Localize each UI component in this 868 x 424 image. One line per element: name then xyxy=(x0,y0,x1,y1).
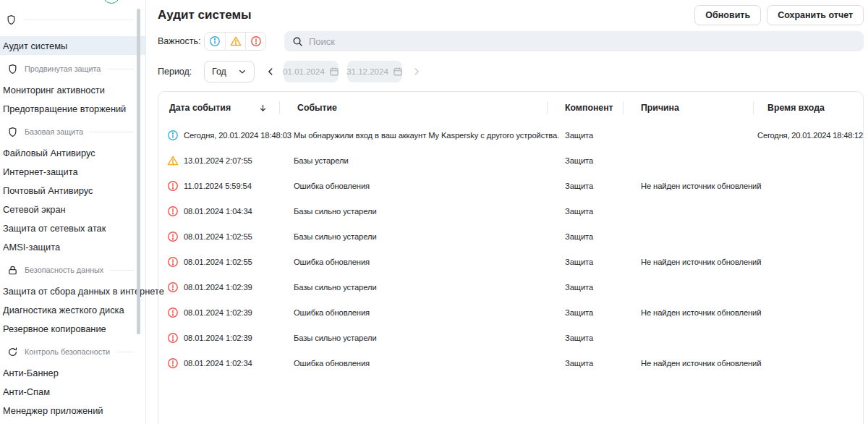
search-box[interactable] xyxy=(284,31,864,51)
table-row[interactable]: 11.01.2024 5:59:54Ошибка обновленияЗащит… xyxy=(158,173,863,198)
column-header-component[interactable]: Компонент xyxy=(547,103,623,113)
event-date: 08.01.2024 1:02:55 xyxy=(184,258,252,266)
cell-event: Базы сильно устарели xyxy=(279,207,547,216)
event-date: 08.01.2024 1:02:39 xyxy=(184,283,252,292)
warning-filter-button[interactable] xyxy=(225,33,245,50)
event-date: 08.01.2024 1:02:39 xyxy=(184,334,252,342)
sidebar-nav: Аудит системыПродвинутая защитаМониторин… xyxy=(0,36,145,420)
divider xyxy=(90,132,134,132)
table-row[interactable]: 08.01.2024 1:02:55Ошибка обновленияЗащит… xyxy=(158,249,863,274)
cell-event: Ошибка обновления xyxy=(279,182,547,190)
cell-component: Защита xyxy=(547,207,623,216)
column-header-date-label: Дата события xyxy=(169,103,231,113)
sidebar: Аудит системыПродвинутая защитаМониторин… xyxy=(0,0,146,424)
chevron-down-icon xyxy=(238,67,247,76)
error-icon xyxy=(167,357,179,369)
sidebar-item[interactable]: Файловый Антивирус xyxy=(0,143,145,162)
date-to-value: 31.12.2024 xyxy=(346,67,388,76)
sidebar-item[interactable]: Интернет-защита xyxy=(0,162,145,181)
cell-date: 08.01.2024 1:02:34 xyxy=(158,357,279,369)
date-to-field[interactable]: 31.12.2024 xyxy=(347,61,402,82)
divider xyxy=(107,69,134,69)
event-date: Сегодня, 20.01.2024 18:48:03 xyxy=(184,131,292,140)
save-report-button[interactable]: Сохранить отчет xyxy=(767,5,864,25)
severity-label: Важность: xyxy=(158,36,204,46)
sort-descending-icon[interactable] xyxy=(258,103,268,113)
events-table: Дата события Событие Компонент Причина В… xyxy=(158,91,864,424)
column-header-date[interactable]: Дата события xyxy=(158,103,279,113)
sidebar-item[interactable]: Анти-Баннер xyxy=(0,363,145,382)
next-period-button[interactable] xyxy=(411,61,422,82)
sidebar-item[interactable]: Почтовый Антивирус xyxy=(0,181,145,200)
error-filter-button[interactable] xyxy=(245,33,265,50)
sidebar-scrollbar[interactable] xyxy=(137,9,140,334)
table-row[interactable]: 13.01.2024 2:07:55Базы устарелиЗащита xyxy=(158,148,863,173)
cell-date: 08.01.2024 1:02:55 xyxy=(158,256,279,268)
table-row[interactable]: 08.01.2024 1:02:39Базы сильно устарелиЗа… xyxy=(158,325,863,350)
previous-period-button[interactable] xyxy=(265,61,276,82)
cell-reason: Не найден источник обновлений xyxy=(623,308,753,317)
table-header-row: Дата события Событие Компонент Причина В… xyxy=(158,98,863,117)
info-filter-button[interactable] xyxy=(205,33,225,50)
sidebar-section-label: Безопасность данных xyxy=(25,266,103,274)
table-row[interactable]: 08.01.2024 1:04:34Базы сильно устарелиЗа… xyxy=(158,198,863,224)
sidebar-item[interactable]: Аудит системы xyxy=(0,36,145,55)
cell-date: 08.01.2024 1:02:39 xyxy=(158,281,279,293)
sidebar-item[interactable]: AMSI-защита xyxy=(0,237,145,256)
error-icon xyxy=(167,180,179,192)
sidebar-item[interactable]: Менеджер приложений xyxy=(0,401,145,420)
column-header-login-time[interactable]: Время входа xyxy=(753,103,863,113)
sidebar-section-label: Базовая защита xyxy=(25,127,83,136)
cell-component: Защита xyxy=(547,131,623,140)
table-body: Сегодня, 20.01.2024 18:48:03Мы обнаружил… xyxy=(158,122,863,376)
cell-reason: Не найден источник обновлений xyxy=(623,182,753,190)
cell-event: Ошибка обновления xyxy=(279,359,547,368)
chevron-left-icon xyxy=(265,67,276,77)
table-row[interactable]: 08.01.2024 1:02:34Ошибка обновленияЗащит… xyxy=(158,350,863,376)
collapse-sidebar-button[interactable] xyxy=(103,0,120,4)
cell-date: 13.01.2024 2:07:55 xyxy=(158,155,279,166)
sidebar-item[interactable]: Предотвращение вторжений xyxy=(0,99,145,118)
table-row[interactable]: 08.01.2024 1:02:39Базы сильно устарелиЗа… xyxy=(158,274,863,300)
sidebar-section: Контроль безопасности xyxy=(0,343,145,360)
cell-date: Сегодня, 20.01.2024 18:48:03 xyxy=(158,130,279,141)
cell-component: Защита xyxy=(547,359,623,368)
sidebar-item[interactable]: Диагностика жесткого диска xyxy=(0,300,145,319)
search-input[interactable] xyxy=(309,36,856,47)
chevron-right-icon xyxy=(412,67,422,77)
refresh-icon xyxy=(7,347,18,357)
table-row[interactable]: Сегодня, 20.01.2024 18:48:03Мы обнаружил… xyxy=(158,122,863,148)
sidebar-item[interactable]: Защита от сетевых атак xyxy=(0,219,145,237)
shield-icon xyxy=(7,64,18,75)
cell-component: Защита xyxy=(547,258,623,266)
shield-icon xyxy=(7,127,18,137)
column-header-reason[interactable]: Причина xyxy=(623,103,753,113)
cell-event: Базы сильно устарели xyxy=(279,232,547,241)
header-buttons: Обновить Сохранить отчет xyxy=(694,5,864,25)
sidebar-item[interactable]: Сетевой экран xyxy=(0,200,145,219)
sidebar-item[interactable]: Защита от сбора данных в интернете xyxy=(0,281,145,300)
cell-event: Базы сильно устарели xyxy=(279,283,547,292)
sidebar-section: Продвинутая защита xyxy=(0,60,145,77)
cell-login-time: Сегодня, 20.01.2024 18:48:12 xyxy=(753,131,863,140)
sidebar-item[interactable]: Анти-Спам xyxy=(0,382,145,401)
date-from-field[interactable]: 01.01.2024 xyxy=(284,61,339,82)
sidebar-item[interactable]: Резервное копирование xyxy=(0,319,145,338)
refresh-button[interactable]: Обновить xyxy=(694,5,761,25)
period-label: Период: xyxy=(158,67,204,77)
main-panel: Аудит системы Обновить Сохранить отчет В… xyxy=(146,0,868,424)
event-date: 08.01.2024 1:02:39 xyxy=(184,308,252,317)
table-row[interactable]: 08.01.2024 1:02:39Ошибка обновленияЗащит… xyxy=(158,300,863,325)
period-dropdown[interactable]: Год xyxy=(204,61,255,82)
cell-event: Ошибка обновления xyxy=(279,308,547,317)
info-icon xyxy=(209,35,221,47)
sidebar-top-section xyxy=(0,10,145,29)
divider xyxy=(24,20,134,20)
cell-component: Защита xyxy=(547,283,623,292)
sidebar-item[interactable]: Мониторинг активности xyxy=(0,80,145,99)
cell-reason: Не найден источник обновлений xyxy=(623,359,753,368)
column-header-event[interactable]: Событие xyxy=(279,103,547,113)
table-row[interactable]: 08.01.2024 1:02:55Базы сильно устарелиЗа… xyxy=(158,224,863,249)
cell-date: 11.01.2024 5:59:54 xyxy=(158,180,279,192)
severity-filter-row: Важность: xyxy=(158,31,864,51)
